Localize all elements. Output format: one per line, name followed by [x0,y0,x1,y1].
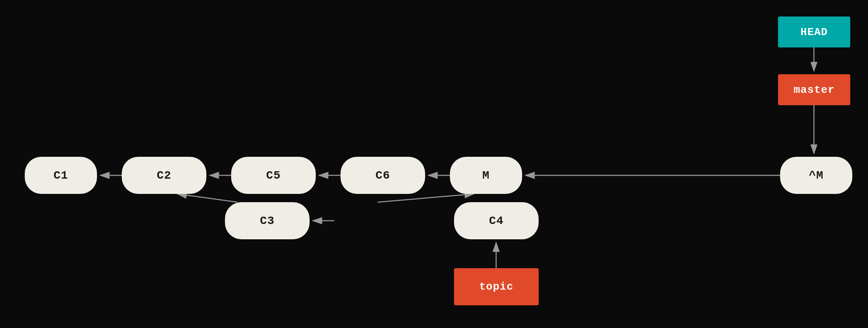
svg-line-8 [378,194,474,202]
label-head: HEAD [778,17,850,47]
commit-m: M [450,157,522,194]
commit-c4: C4 [454,202,539,239]
commit-c3: C3 [225,202,310,239]
commit-c5: C5 [231,157,316,194]
commit-c1: C1 [25,157,97,194]
commit-cm: ^M [780,157,852,194]
label-master: master [778,74,850,105]
commit-c2: C2 [122,157,206,194]
svg-line-7 [177,194,237,202]
commit-c6: C6 [341,157,425,194]
label-topic: topic [454,268,539,305]
git-diagram: C1 C2 C5 C6 M ^M C3 C4 HEAD master topic [0,0,868,328]
